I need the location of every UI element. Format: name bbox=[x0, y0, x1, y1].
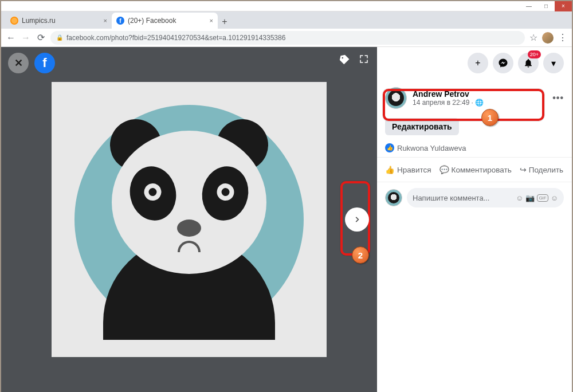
comment-icon: 💬 bbox=[439, 165, 449, 174]
url-text: facebook.com/photo?fbid=251940419270534&… bbox=[66, 34, 285, 42]
notifications-button[interactable]: 20+ bbox=[518, 53, 539, 73]
post-header: Andrew Petrov 14 апреля в 22:49 · 🌐 ••• bbox=[377, 81, 572, 115]
browser-tab-lumpics[interactable]: Lumpics.ru × bbox=[6, 13, 112, 29]
sticker-icon[interactable]: ☺ bbox=[551, 194, 558, 202]
fullscreen-icon[interactable] bbox=[359, 54, 369, 68]
notification-badge: 20+ bbox=[528, 50, 541, 58]
new-tab-button[interactable]: + bbox=[218, 15, 231, 29]
tag-icon[interactable] bbox=[339, 54, 351, 68]
reload-button[interactable]: ⟳ bbox=[36, 33, 46, 43]
create-button[interactable]: + bbox=[468, 53, 488, 73]
tab-title: (20+) Facebook bbox=[128, 17, 176, 25]
browser-menu-button[interactable]: ⋮ bbox=[558, 32, 567, 43]
window-maximize-button[interactable]: □ bbox=[537, 1, 555, 11]
browser-tab-facebook[interactable]: f (20+) Facebook × bbox=[112, 13, 218, 29]
my-avatar[interactable] bbox=[385, 189, 402, 206]
facebook-logo-icon[interactable]: f bbox=[34, 53, 55, 73]
forward-button[interactable]: → bbox=[21, 33, 31, 43]
window-title-bar: — □ × bbox=[1, 1, 572, 11]
author-name[interactable]: Andrew Petrov bbox=[413, 89, 547, 99]
comment-button[interactable]: 💬 Комментировать bbox=[439, 161, 512, 178]
gif-icon[interactable]: GIF bbox=[537, 194, 548, 202]
comment-composer: Напишите коммента... ☺ 📷 GIF ☺ bbox=[377, 182, 572, 213]
post-actions: 👍 Нравится 💬 Комментировать ↪ Поделить bbox=[377, 157, 572, 182]
tab-title: Lumpics.ru bbox=[22, 17, 56, 25]
favicon-icon: f bbox=[116, 17, 124, 25]
photo-image bbox=[52, 82, 327, 357]
share-button[interactable]: ↪ Поделить bbox=[520, 161, 564, 178]
back-button[interactable]: ← bbox=[6, 33, 16, 43]
photo-sidebar: + 20+ ▾ Andrew Petrov 14 апреля в 22:49 … bbox=[377, 47, 572, 392]
like-button[interactable]: 👍 Нравится bbox=[385, 161, 431, 178]
next-photo-button[interactable] bbox=[345, 207, 369, 232]
share-icon: ↪ bbox=[520, 165, 527, 174]
comment-input[interactable]: Напишите коммента... ☺ 📷 GIF ☺ bbox=[407, 188, 564, 207]
browser-profile-avatar[interactable] bbox=[542, 32, 554, 44]
author-avatar[interactable] bbox=[385, 87, 407, 109]
globe-icon[interactable]: 🌐 bbox=[475, 99, 484, 107]
favicon-icon bbox=[10, 17, 18, 25]
photo-viewer: ✕ f bbox=[1, 47, 377, 392]
edit-button[interactable]: Редактировать bbox=[385, 118, 459, 135]
window-minimize-button[interactable]: — bbox=[520, 1, 537, 11]
reaction-names: Rukwona Yuldaweva bbox=[397, 144, 466, 152]
comment-placeholder: Напишите коммента... bbox=[413, 194, 513, 202]
reactions-row[interactable]: 👍 Rukwona Yuldaweva bbox=[377, 139, 572, 157]
camera-icon[interactable]: 📷 bbox=[525, 194, 535, 202]
address-field[interactable]: 🔒 facebook.com/photo?fbid=25194041927053… bbox=[50, 31, 525, 45]
tab-close-icon[interactable]: × bbox=[104, 17, 107, 24]
bookmark-star-icon[interactable]: ☆ bbox=[529, 32, 537, 43]
tab-close-icon[interactable]: × bbox=[210, 17, 213, 24]
tab-strip: Lumpics.ru × f (20+) Facebook × + bbox=[1, 11, 572, 29]
lock-icon: 🔒 bbox=[56, 34, 63, 41]
close-viewer-button[interactable]: ✕ bbox=[8, 53, 29, 73]
account-menu-button[interactable]: ▾ bbox=[543, 53, 564, 73]
fb-header-buttons: + 20+ ▾ bbox=[377, 53, 572, 81]
post-more-button[interactable]: ••• bbox=[552, 93, 564, 103]
window-close-button[interactable]: × bbox=[555, 1, 572, 11]
url-bar: ← → ⟳ 🔒 facebook.com/photo?fbid=25194041… bbox=[1, 29, 572, 47]
emoji-icon[interactable]: ☺ bbox=[516, 194, 523, 202]
like-icon: 👍 bbox=[385, 143, 394, 152]
messenger-button[interactable] bbox=[493, 53, 513, 73]
thumbs-up-icon: 👍 bbox=[385, 165, 395, 174]
post-timestamp[interactable]: 14 апреля в 22:49 bbox=[413, 99, 469, 107]
